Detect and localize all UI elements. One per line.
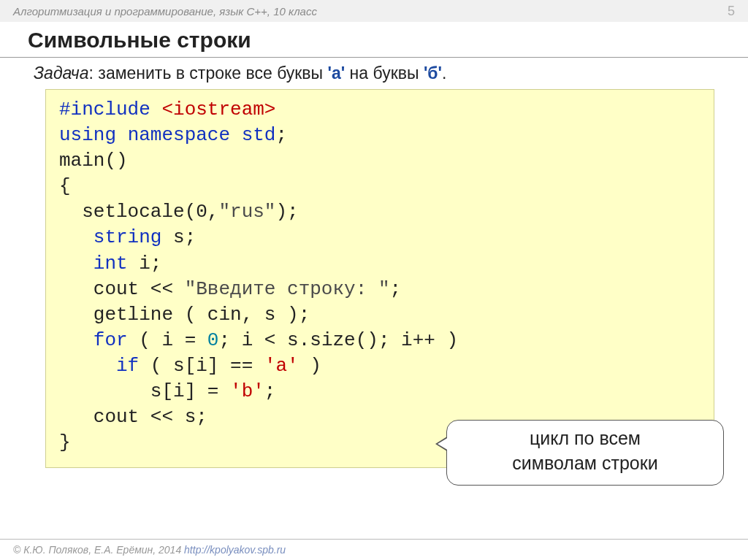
code-line: main() <box>59 148 701 174</box>
code-block: #include <iostream> using namespace std;… <box>45 89 714 468</box>
copyright-text: © К.Ю. Поляков, Е.А. Ерёмин, 2014 <box>13 544 184 556</box>
code-line: #include <iostream> <box>59 97 701 123</box>
callout-bubble: цикл по всем символам строки <box>446 420 724 486</box>
callout-line: цикл по всем <box>460 426 710 451</box>
slide-title: Символьные строки <box>0 22 748 58</box>
code-line: using namespace std; <box>59 123 701 148</box>
slide-header: Алгоритмизация и программирование, язык … <box>0 0 748 22</box>
problem-statement: Задача: заменить в строке все буквы 'а' … <box>0 61 748 89</box>
code-line: string s; <box>59 225 701 250</box>
code-line: { <box>59 174 701 199</box>
code-line: s[i] = 'b'; <box>59 379 701 404</box>
code-line: setlocale(0,"rus"); <box>59 199 701 225</box>
code-line: if ( s[i] == 'a' ) <box>59 353 701 379</box>
code-line: getline ( cin, s ); <box>59 302 701 328</box>
slide-footer: © К.Ю. Поляков, Е.А. Ерёмин, 2014 http:/… <box>0 539 748 560</box>
code-line: int i; <box>59 251 701 277</box>
page-number: 5 <box>728 4 735 19</box>
course-name: Алгоритмизация и программирование, язык … <box>13 5 317 18</box>
code-line: for ( i = 0; i < s.size(); i++ ) <box>59 328 701 353</box>
footer-url: http://kpolyakov.spb.ru <box>184 544 286 556</box>
code-line: cout << "Введите строку: "; <box>59 277 701 302</box>
callout-line: символам строки <box>460 451 710 476</box>
problem-label: Задача <box>34 64 89 83</box>
